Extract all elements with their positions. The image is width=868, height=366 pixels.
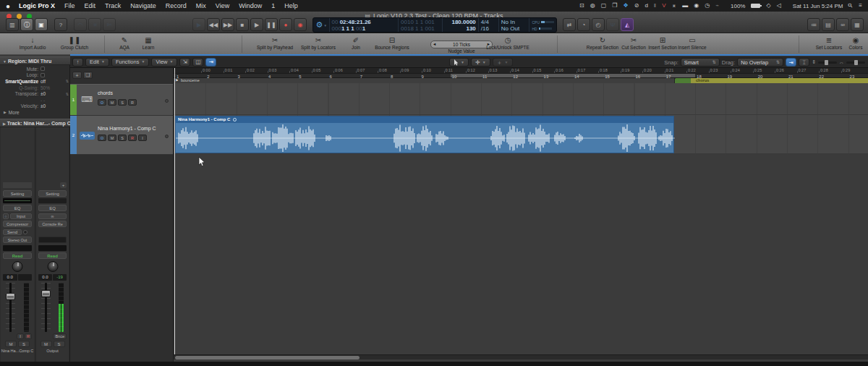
import-audio-button[interactable]: ↓Import Audio bbox=[20, 35, 46, 50]
learn-button[interactable]: ▦Learn bbox=[142, 35, 155, 50]
marker-green[interactable] bbox=[675, 78, 691, 83]
catch-playhead-button[interactable]: ⇥ bbox=[205, 58, 216, 67]
list-editors-button[interactable]: ≔ bbox=[807, 18, 820, 31]
input-monitor-button[interactable]: I bbox=[17, 333, 24, 339]
vagrant-icon[interactable]: V bbox=[662, 2, 665, 9]
region-title-bar[interactable]: Nina Harmony1 - Comp C bbox=[176, 116, 673, 123]
fader-thumb[interactable] bbox=[6, 293, 15, 300]
cycle-button[interactable]: ⇄ bbox=[563, 18, 576, 31]
channel-setting-button[interactable]: Setting bbox=[3, 190, 32, 197]
track-header-nina-harmony[interactable]: 2 Nina Harmony1 - Comp C ⊙MSRI bbox=[70, 116, 173, 155]
lcd-playhead-position[interactable]: 1 1 1 bbox=[341, 25, 356, 32]
group-slot[interactable] bbox=[3, 245, 32, 251]
update-icon[interactable]: ◉ bbox=[694, 2, 699, 9]
pointer-tool-button[interactable]: ▼ bbox=[449, 58, 469, 67]
input-format-icon[interactable]: ○ bbox=[3, 213, 9, 219]
insert-silence-button[interactable]: ▭Insert Silence bbox=[678, 35, 706, 50]
lcd-playhead-time[interactable]: 02:48:21.26 bbox=[340, 19, 371, 25]
badge-icon[interactable]: ◍ bbox=[590, 2, 595, 9]
marker-chorus[interactable]: chorus bbox=[691, 78, 868, 83]
pan-knob[interactable] bbox=[12, 261, 23, 272]
menu-item-record[interactable]: Record bbox=[166, 2, 187, 9]
stereo-format-slot[interactable]: ∞ bbox=[38, 213, 67, 219]
menu-item-file[interactable]: File bbox=[64, 2, 75, 9]
horizontal-zoom-slider[interactable] bbox=[846, 61, 865, 64]
empty-lane-background[interactable] bbox=[174, 154, 868, 354]
spotlight-icon[interactable]: ⚲ bbox=[846, 0, 856, 11]
audio-region-nina-harmony[interactable]: Nina Harmony1 - Comp C bbox=[175, 116, 674, 153]
bar-ruler[interactable]: 1234567891011121314151617181920212223 bbox=[174, 73, 868, 78]
window-icon[interactable]: ▬ bbox=[682, 2, 688, 9]
checkbox[interactable] bbox=[41, 67, 45, 71]
pause-button[interactable]: ❚❚ bbox=[265, 18, 278, 31]
note-pads-button[interactable]: ▤ bbox=[822, 18, 835, 31]
record-enable-button[interactable]: R bbox=[25, 333, 32, 339]
solo-button[interactable]: S bbox=[18, 341, 30, 347]
input-slot[interactable]: ○Input bbox=[3, 213, 32, 219]
menu-item-view[interactable]: View bbox=[216, 2, 229, 9]
replace-button[interactable]: ◴ bbox=[592, 18, 605, 31]
capture-record-button[interactable]: ◉ bbox=[294, 18, 307, 31]
lcd-tempo[interactable]: 180.0000 bbox=[451, 19, 475, 25]
bounce-regions-button[interactable]: ⊟Bounce Regions bbox=[375, 35, 409, 50]
track-solo-button[interactable]: S bbox=[118, 135, 127, 141]
menu-item-help[interactable]: Help bbox=[284, 2, 298, 9]
playhead[interactable] bbox=[174, 68, 175, 354]
repeat-section-button[interactable]: ↻Repeat Section bbox=[587, 35, 618, 50]
insert-section-button[interactable]: ⊞Insert Section bbox=[648, 35, 677, 50]
menu-item-navigate[interactable]: Navigate bbox=[130, 2, 156, 9]
add-track-button[interactable]: + bbox=[72, 72, 82, 79]
region-param-transpose[interactable]: Transpose:±0⇅ bbox=[0, 90, 70, 97]
clock-icon[interactable]: ◷ bbox=[705, 2, 710, 9]
airplay-icon[interactable]: ⌅ bbox=[672, 2, 677, 9]
nudge-value-stepper[interactable]: ◂ 10 Ticks ▸ bbox=[430, 41, 493, 48]
lcd-display[interactable]: ⚙▾ 00 02:48:21.26 0001 1 1 001 0010 1 1 … bbox=[312, 17, 557, 33]
metronome-button[interactable]: ◭ bbox=[621, 18, 634, 31]
edit-menu-button[interactable]: Edit▼ bbox=[85, 58, 109, 67]
colors-button[interactable]: ◉Colors bbox=[849, 35, 863, 50]
display-icon[interactable]: ▢ bbox=[601, 2, 607, 9]
volume-value[interactable]: 0.0 bbox=[3, 274, 17, 281]
track-record-button[interactable]: R bbox=[128, 135, 137, 141]
auto-scroll-button[interactable]: ⇥ bbox=[786, 58, 796, 67]
lock-smpte-button[interactable]: ◷Lock/Unlock SMPTE bbox=[486, 35, 529, 50]
region-param-more[interactable]: ▶More bbox=[0, 109, 70, 116]
output-slot[interactable]: Stereo Out bbox=[3, 237, 32, 243]
join-button[interactable]: ✐Join bbox=[352, 35, 360, 50]
library-button[interactable]: ▥ bbox=[6, 18, 19, 31]
sync-icon[interactable]: ⊘ bbox=[634, 2, 639, 9]
fader-thumb[interactable] bbox=[41, 290, 51, 297]
solo-button[interactable]: S bbox=[54, 341, 65, 347]
forward-button[interactable]: ▶▶ bbox=[221, 18, 234, 31]
lcd-gear-icon[interactable]: ⚙ bbox=[316, 20, 323, 30]
track-option-icon[interactable] bbox=[165, 99, 169, 103]
menu-item-window[interactable]: Window bbox=[239, 2, 262, 9]
output-slot-empty[interactable] bbox=[38, 237, 67, 243]
split-by-locators-button[interactable]: ✂Split by Locators bbox=[301, 35, 336, 50]
vertical-auto-zoom-button[interactable]: ⌶ bbox=[799, 58, 809, 67]
vertical-zoom-slider[interactable] bbox=[818, 61, 837, 64]
menu-item-track[interactable]: Track bbox=[105, 2, 121, 9]
link-mode-icon[interactable]: ◫ bbox=[192, 58, 203, 67]
aqa-button[interactable]: ✎AQA bbox=[119, 35, 129, 50]
track-lane-chords[interactable] bbox=[174, 83, 868, 115]
eq-thumbnail[interactable] bbox=[38, 198, 67, 203]
set-locators-button[interactable]: ≣Set Locators bbox=[816, 35, 843, 50]
track-header-chords[interactable]: 1 ⌨ chords ⊙MSR bbox=[70, 84, 173, 116]
group-clutch-button[interactable]: ❚❚Group Clutch bbox=[61, 35, 88, 50]
cut-section-button[interactable]: ✂Cut Section bbox=[621, 35, 646, 50]
quick-help-button[interactable]: ? bbox=[54, 18, 67, 31]
pause-icon[interactable]: ‖ bbox=[654, 2, 656, 9]
snap-menu-button[interactable]: Smart⇅ bbox=[681, 58, 720, 67]
mute-button[interactable]: M bbox=[5, 341, 17, 347]
magnet-icon[interactable]: ❖ bbox=[624, 2, 629, 9]
track-input-monitor-button[interactable]: I bbox=[138, 135, 147, 141]
editors-button[interactable]: ✄ bbox=[103, 18, 116, 31]
midi-fx-slot[interactable] bbox=[3, 182, 32, 188]
drag-menu-button[interactable]: No Overlap⇅ bbox=[737, 58, 783, 67]
track-mute-button[interactable]: M bbox=[108, 135, 116, 141]
automation-mode-button[interactable]: Read bbox=[38, 252, 67, 259]
track-on-off-button[interactable]: ⊙ bbox=[98, 99, 106, 106]
audio-fx-slot-console[interactable]: Console Re bbox=[38, 221, 67, 227]
track-on-off-button[interactable]: ⊙ bbox=[98, 135, 106, 141]
